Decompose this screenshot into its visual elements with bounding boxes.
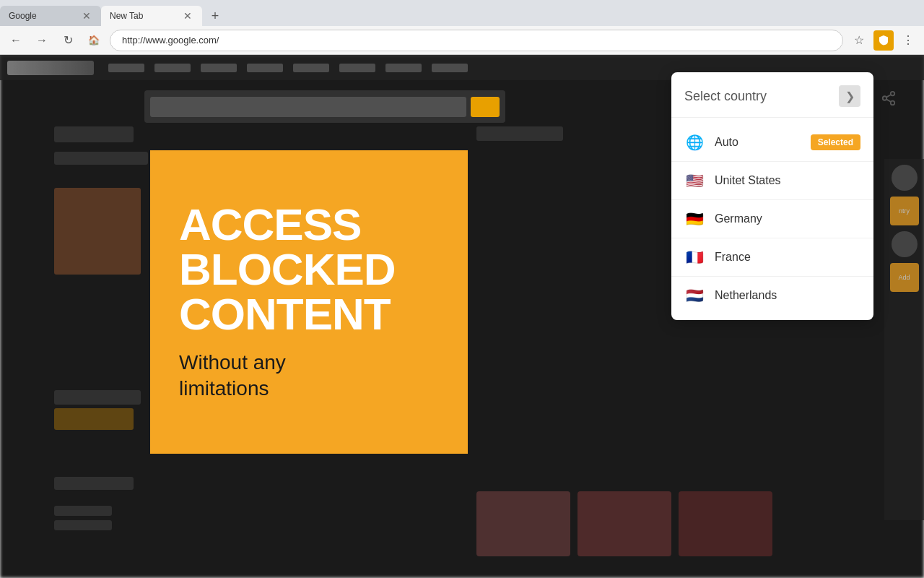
tab-bar: Google ✕ New Tab ✕ + <box>0 0 924 26</box>
content-block-9 <box>54 408 134 430</box>
flag-nl: 🇳🇱 <box>684 285 705 306</box>
flag-de: 🇩🇪 <box>684 209 705 229</box>
url-input[interactable]: http://www.google.com/ <box>110 30 843 51</box>
right-col-btn-2[interactable]: Add <box>890 263 919 292</box>
country-item-auto[interactable]: 🌐 Auto Selected <box>671 124 873 162</box>
nav-link-7 <box>385 64 422 72</box>
country-name-de: Germany <box>715 212 860 225</box>
share-icon[interactable] <box>881 90 897 111</box>
tab-newtab[interactable]: New Tab ✕ <box>101 6 202 26</box>
home-button[interactable]: 🏠 <box>84 30 104 51</box>
promo-subtitle: Without anylimitations <box>179 350 439 402</box>
bookmark-icon[interactable]: ☆ <box>849 30 869 51</box>
nav-links <box>108 64 468 72</box>
country-item-us[interactable]: 🇺🇸 Unitet States <box>671 162 873 200</box>
svg-line-3 <box>886 99 891 102</box>
country-name-us: Unitet States <box>715 174 860 187</box>
shield-icon <box>878 35 889 46</box>
tab-google-title: Google <box>9 11 77 21</box>
nav-link-5 <box>293 64 329 72</box>
content-block-5 <box>54 477 134 490</box>
content-block-4 <box>476 126 563 141</box>
promo-title: ACCESSBLOCKEDCONTENT <box>179 202 439 337</box>
nav-link-3 <box>201 64 237 72</box>
url-text: http://www.google.com/ <box>122 35 219 46</box>
thumbnail-3 <box>679 491 772 556</box>
content-block-1 <box>54 126 134 142</box>
selected-badge-auto: Selected <box>811 134 860 150</box>
panel-header: Select country ❯ <box>671 72 873 118</box>
arrow-icon: ❯ <box>845 90 855 103</box>
country-panel: Select country ❯ 🌐 Auto Selected 🇺🇸 Unit… <box>671 72 873 320</box>
search-area <box>144 90 505 123</box>
country-list: 🌐 Auto Selected 🇺🇸 Unitet States 🇩🇪 Germ… <box>671 118 873 320</box>
address-bar: ← → ↻ 🏠 http://www.google.com/ ☆ ⋮ <box>0 26 924 55</box>
tab-newtab-close[interactable]: ✕ <box>182 10 193 22</box>
nav-link-6 <box>339 64 375 72</box>
country-item-nl[interactable]: 🇳🇱 Netherlands <box>671 277 873 314</box>
svg-line-4 <box>886 95 891 98</box>
nav-link-8 <box>432 64 468 72</box>
flag-fr: 🇫🇷 <box>684 247 705 267</box>
browser-chrome: Google ✕ New Tab ✕ + ← → ↻ 🏠 http://www.… <box>0 0 924 55</box>
nav-link-4 <box>247 64 283 72</box>
panel-arrow-button[interactable]: ❯ <box>839 85 860 107</box>
search-input-placeholder <box>150 97 466 117</box>
country-item-de[interactable]: 🇩🇪 Germany <box>671 200 873 238</box>
content-block-2 <box>54 152 148 165</box>
new-tab-button[interactable]: + <box>205 6 225 26</box>
flag-us: 🇺🇸 <box>684 171 705 191</box>
content-block-7 <box>54 520 112 530</box>
back-button[interactable]: ← <box>6 30 26 51</box>
tab-newtab-title: New Tab <box>110 11 178 21</box>
promo-box: ACCESSBLOCKEDCONTENT Without anylimitati… <box>150 150 468 454</box>
thumbnail-1 <box>476 491 570 556</box>
vpn-extension-icon[interactable] <box>873 30 894 51</box>
panel-title: Select country <box>684 89 767 104</box>
right-col-btn-1[interactable]: ntry <box>890 197 919 225</box>
country-name-fr: France <box>715 251 860 264</box>
right-column: ntry Add <box>884 159 924 520</box>
forward-button[interactable]: → <box>32 30 52 51</box>
tab-google-close[interactable]: ✕ <box>81 10 92 22</box>
svg-point-1 <box>883 96 887 100</box>
svg-point-2 <box>891 101 895 105</box>
content-block-3 <box>54 188 141 275</box>
tab-google[interactable]: Google ✕ <box>0 6 101 26</box>
search-button[interactable] <box>471 97 500 117</box>
thumbnail-2 <box>578 491 671 556</box>
reload-button[interactable]: ↻ <box>58 30 78 51</box>
flag-auto: 🌐 <box>684 132 705 152</box>
content-block-6 <box>54 506 112 516</box>
nav-link-1 <box>108 64 144 72</box>
address-icons: ☆ ⋮ <box>849 30 918 51</box>
svg-point-0 <box>891 92 895 95</box>
menu-icon[interactable]: ⋮ <box>898 30 918 51</box>
country-name-nl: Netherlands <box>715 289 860 302</box>
nav-link-2 <box>154 64 191 72</box>
site-logo <box>7 61 94 75</box>
country-name-auto: Auto <box>715 136 801 149</box>
right-col-circle <box>892 165 918 191</box>
content-block-8 <box>54 390 141 405</box>
right-col-circle-2 <box>892 231 918 257</box>
country-item-fr[interactable]: 🇫🇷 France <box>671 238 873 277</box>
